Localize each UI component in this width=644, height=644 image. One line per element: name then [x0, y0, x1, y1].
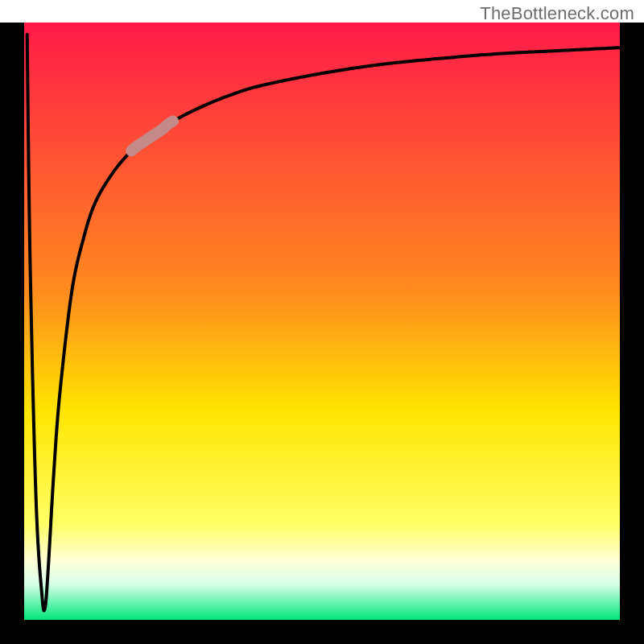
- chart-svg: [24, 23, 620, 620]
- watermark-text: TheBottleneck.com: [480, 3, 634, 24]
- chart-stage: TheBottleneck.com: [0, 0, 644, 644]
- plot-frame: [0, 23, 644, 644]
- gradient-background: [24, 23, 620, 620]
- plot-area: [24, 23, 620, 620]
